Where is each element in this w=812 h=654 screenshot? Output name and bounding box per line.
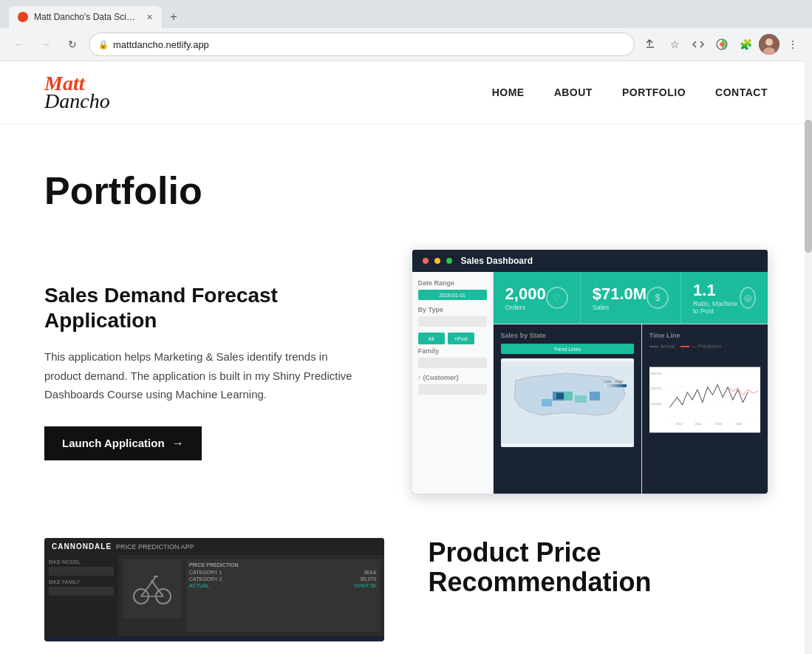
prediction-row-2: CATEGORY 2 $5,070: [189, 576, 377, 582]
kpi-card-orders: 2,000 Orders ♡: [494, 272, 581, 324]
cannondale-header: cannondale PRICE PREDICTION APP: [44, 538, 384, 555]
legend-actual: Actual: [649, 344, 675, 349]
svg-point-35: [151, 580, 154, 583]
portfolio-item-1: Sales Demand Forecast Application This a…: [44, 250, 768, 494]
cannondale-model-label: BIKE MODEL: [49, 559, 114, 565]
cannondale-preview-container: cannondale PRICE PREDICTION APP BIKE MOD…: [44, 538, 384, 641]
new-tab-button[interactable]: +: [165, 8, 182, 26]
sidebar-all-btn: All: [429, 336, 434, 341]
sidebar-date-input: 2018-01-01: [418, 290, 487, 300]
svg-text:Low: Low: [604, 379, 612, 384]
sidebar-none-btn: +Post: [454, 336, 468, 341]
tab-close-btn[interactable]: ✕: [146, 13, 153, 22]
url-text: mattdancho.netlify.app: [113, 39, 209, 50]
forward-button[interactable]: →: [35, 34, 56, 55]
bookmark-button[interactable]: ☆: [664, 34, 685, 55]
kpi-ratio-label: Ratio, Machine to Post: [693, 300, 740, 315]
legend-prediction: — Prediction: [680, 344, 721, 349]
extensions-button[interactable]: 🧩: [735, 34, 756, 55]
cannondale-preview: cannondale PRICE PREDICTION APP BIKE MOD…: [44, 538, 384, 641]
launch-application-button[interactable]: Launch Application →: [44, 426, 202, 460]
profile-avatar[interactable]: [759, 34, 779, 55]
address-bar[interactable]: 🔒 mattdancho.netlify.app: [89, 33, 635, 56]
nav-contact[interactable]: CONTACT: [715, 86, 768, 98]
bike-image: [123, 559, 182, 619]
product-price-title: Product Price Recommendation: [429, 538, 768, 596]
legend-prediction-label: — Prediction: [692, 344, 721, 349]
sidebar-date-label: Date Range: [418, 279, 487, 287]
sidebar-date-text: 2018-01-01: [439, 293, 465, 298]
share-button[interactable]: [641, 34, 661, 55]
cannondale-subtitle: PRICE PREDICTION APP: [116, 543, 194, 551]
svg-point-2: [720, 42, 724, 47]
window-dot-green: [446, 258, 452, 264]
svg-point-4: [765, 38, 773, 46]
cannondale-family-select: [49, 587, 114, 596]
refresh-button[interactable]: ↻: [62, 34, 83, 55]
product-price-text-container: Product Price Recommendation: [429, 538, 768, 596]
nav-about[interactable]: ABOUT: [554, 86, 593, 98]
map-panel: Sales by State Trend Lines: [494, 324, 642, 494]
tab-favicon: [18, 12, 28, 22]
color-button[interactable]: [712, 34, 732, 55]
kpi-orders-label: Orders: [505, 304, 546, 311]
svg-rect-11: [590, 392, 600, 401]
prediction-row-3: ACTUAL OVER 5K: [189, 583, 377, 588]
kpi-sales-label: Sales: [593, 304, 646, 311]
item-description: This application helps Marketing & Sales…: [44, 347, 368, 404]
sidebar-family-label: Family: [418, 347, 487, 355]
scrollbar-thumb[interactable]: [805, 120, 812, 253]
sidebar-customer-label: ↑ (Customer): [418, 374, 487, 381]
item-title: Sales Demand Forecast Application: [44, 283, 368, 333]
timeseries-chart: 600,000 400,000 200,000: [649, 352, 760, 448]
site-logo[interactable]: Matt Dancho: [44, 73, 110, 112]
cannondale-model-select: [49, 567, 114, 576]
window-dot-yellow: [434, 258, 440, 264]
launch-btn-label: Launch Application: [62, 437, 165, 449]
nav-portfolio[interactable]: PORTFOLIO: [622, 86, 686, 98]
svg-text:2016: 2016: [714, 422, 722, 426]
dashboard-body: Date Range 2018-01-01 By Type All: [412, 272, 768, 494]
window-dot-red: [423, 258, 429, 264]
browser-tab[interactable]: Matt Dancho's Data Science Por... ✕: [9, 6, 162, 28]
launch-btn-arrow: →: [172, 437, 184, 450]
timeseries-title: Time Line: [649, 332, 760, 339]
kpi-orders-value: 2,000: [505, 285, 546, 304]
svg-text:600,000: 600,000: [650, 372, 662, 375]
svg-text:2018: 2018: [735, 422, 743, 426]
kpi-sales-value: $71.0M: [593, 285, 646, 304]
back-button[interactable]: ←: [9, 34, 30, 55]
svg-text:400,000: 400,000: [650, 386, 662, 390]
svg-rect-9: [542, 399, 552, 406]
prediction-header: PRICE PREDICTION: [189, 562, 377, 568]
kpi-ratio-icon: ◎: [740, 287, 756, 309]
portfolio-item-2: cannondale PRICE PREDICTION APP BIKE MOD…: [44, 538, 768, 654]
dashboard-preview: Sales Dashboard Date Range 2018-01-01 By…: [412, 250, 768, 494]
legend-actual-label: Actual: [661, 344, 675, 349]
scrollbar-track[interactable]: [805, 61, 812, 654]
svg-rect-12: [556, 393, 564, 399]
cannondale-main-area: PRICE PREDICTION CATEGORY 1 JEKA CATEGOR…: [118, 555, 384, 636]
usa-map: Low High: [501, 358, 634, 447]
prediction-table: PRICE PREDICTION CATEGORY 1 JEKA CATEGOR…: [186, 559, 380, 632]
dashboard-sidebar: Date Range 2018-01-01 By Type All: [412, 272, 494, 494]
cannondale-family-label: BIKE FAMILY: [49, 579, 114, 585]
lock-icon: 🔒: [98, 40, 109, 50]
nav-home[interactable]: HOME: [492, 86, 525, 98]
sidebar-type-label: By Type: [418, 306, 487, 313]
portfolio-item-text: Sales Demand Forecast Application This a…: [44, 283, 368, 460]
site-nav: HOME ABOUT PORTFOLIO CONTACT: [492, 86, 768, 98]
code-button[interactable]: [688, 34, 709, 55]
cannondale-body: BIKE MODEL BIKE FAMILY: [44, 555, 384, 636]
menu-button[interactable]: ⋮: [782, 34, 803, 55]
legend-prediction-dot: [680, 346, 689, 347]
kpi-sales-icon: $: [646, 287, 669, 309]
prediction-row-1: CATEGORY 1 JEKA: [189, 570, 377, 575]
svg-text:High: High: [615, 379, 624, 384]
legend-actual-dot: [649, 346, 658, 347]
charts-area: Sales by State Trend Lines: [494, 324, 768, 494]
kpi-row: 2,000 Orders ♡ $71.0M Sales: [494, 272, 768, 324]
sidebar-type-input: [418, 316, 487, 327]
timeseries-panel: Time Line Actual — Predictio: [642, 324, 768, 494]
dashboard-header-bar: Sales Dashboard: [412, 250, 768, 272]
